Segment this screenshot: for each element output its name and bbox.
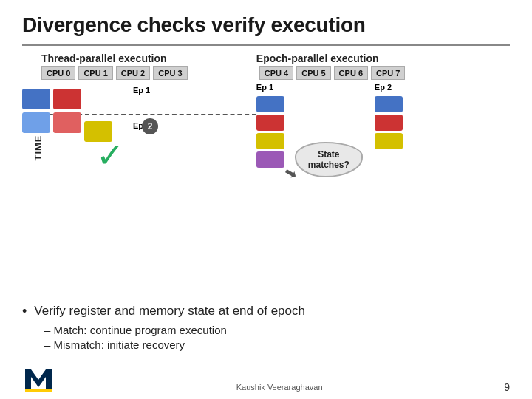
michigan-logo <box>22 366 55 393</box>
cpu0-block-ep1 <box>22 89 50 109</box>
cpu5-label: CPU 5 <box>296 66 330 80</box>
cpu5-ep2-b2 <box>375 115 403 131</box>
cpu3-label: CPU 3 <box>153 66 187 80</box>
ep1-epoch-label: Ep 1 <box>256 83 273 92</box>
slide-title: Divergence checks verify execution <box>22 13 510 37</box>
cpu1-block-ep1 <box>53 89 81 109</box>
footer: Kaushik Veeraraghavan 9 <box>0 366 532 393</box>
cpu6-label: CPU 6 <box>334 66 368 80</box>
thread-section-label: Thread-parallel execution <box>41 52 167 64</box>
cpu4-ep1-b1 <box>256 96 284 112</box>
title-divider <box>22 44 510 46</box>
cpu4-ep1-b3 <box>256 133 284 149</box>
state-cloud: State matches? <box>295 142 363 177</box>
footer-author: Kaushik Veeraraghavan <box>55 383 504 392</box>
cpu5-ep2-b3 <box>375 133 403 149</box>
cpu2-label: CPU 2 <box>116 66 150 80</box>
ep2-epoch-label: Ep 2 <box>375 83 392 92</box>
epoch-section-label: Epoch-parallel execution <box>256 52 379 64</box>
bullet-dot: • <box>22 304 27 319</box>
cpu1-label: CPU 1 <box>78 66 112 80</box>
sub-bullet-1: – Match: continue program execution <box>44 324 510 336</box>
main-bullet-text: Verify register and memory state at end … <box>34 304 305 318</box>
cpu4-label: CPU 4 <box>259 66 293 80</box>
ep1-thread-label: Ep 1 <box>133 86 150 95</box>
cpu0-label: CPU 0 <box>41 66 75 80</box>
cpu4-ep1-b4 <box>256 151 284 168</box>
bullet-section: • Verify register and memory state at en… <box>22 304 510 353</box>
footer-page: 9 <box>504 381 510 393</box>
checkmark-icon: ✓ <box>96 138 125 172</box>
svg-rect-2 <box>25 389 52 392</box>
cpu1-block-ep2 <box>53 112 81 133</box>
cpu4-ep1-b2 <box>256 115 284 131</box>
sub-bullet-2: – Mismatch: initiate recovery <box>44 338 510 351</box>
cpu5-ep2-b1 <box>375 96 403 112</box>
cpu0-block-ep2 <box>22 112 50 133</box>
number-badge: 2 <box>142 118 158 134</box>
cpu7-label: CPU 7 <box>371 66 405 80</box>
